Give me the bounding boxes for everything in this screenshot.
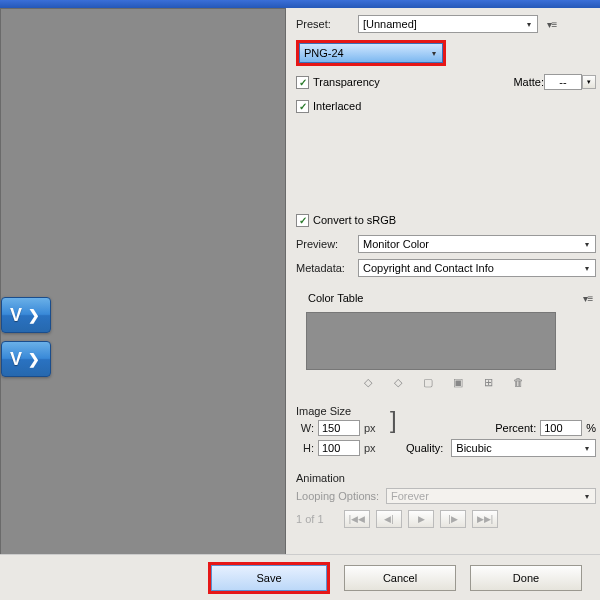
transparency-checkbox[interactable]: ✓ Transparency <box>296 76 380 89</box>
height-input[interactable] <box>318 440 360 456</box>
width-input[interactable] <box>318 420 360 436</box>
cancel-button[interactable]: Cancel <box>344 565 456 591</box>
format-dropdown[interactable]: PNG-24 ▾ <box>299 43 443 63</box>
save-highlight: Save <box>208 562 330 594</box>
convert-srgb-checkbox[interactable]: ✓ Convert to sRGB <box>296 214 396 227</box>
chevron-down-icon: ▾ <box>523 17 535 31</box>
preset-flyout-icon[interactable]: ▾≡ <box>544 19 560 30</box>
image-preview: V❯ V❯ <box>0 8 286 570</box>
matte-stepper[interactable]: ▾ <box>582 75 596 89</box>
preview-button-2: V❯ <box>1 341 51 377</box>
chevron-down-icon: ▾ <box>428 46 440 60</box>
color-table[interactable] <box>306 312 556 370</box>
ct-icon-2[interactable]: ◇ <box>392 376 404 389</box>
preview-label: Preview: <box>296 238 358 250</box>
prev-frame-button: ◀| <box>376 510 402 528</box>
preview-dropdown[interactable]: Monitor Color ▾ <box>358 235 596 253</box>
quality-dropdown[interactable]: Bicubic ▾ <box>451 439 596 457</box>
last-frame-button: ▶▶| <box>472 510 498 528</box>
chevron-right-icon: ❯ <box>28 307 40 323</box>
color-table-flyout-icon[interactable]: ▾≡ <box>580 293 596 304</box>
chevron-down-icon: ▾ <box>581 261 593 275</box>
interlaced-checkbox[interactable]: ✓ Interlaced <box>296 100 361 113</box>
animation-label: Animation <box>296 472 596 484</box>
frame-pager-text: 1 of 1 <box>296 513 338 525</box>
done-button[interactable]: Done <box>470 565 582 591</box>
chevron-down-icon: ▾ <box>581 441 593 455</box>
looping-dropdown: Forever ▾ <box>386 488 596 504</box>
image-size-label: Image Size <box>296 405 596 417</box>
next-frame-button: |▶ <box>440 510 466 528</box>
matte-label: Matte: <box>513 76 544 88</box>
save-button[interactable]: Save <box>211 565 327 591</box>
chevron-down-icon: ▾ <box>581 489 593 503</box>
chevron-down-icon: ▾ <box>581 237 593 251</box>
color-table-label: Color Table <box>308 292 363 304</box>
ct-icon-3[interactable]: ▢ <box>422 376 434 389</box>
window-titlebar <box>0 0 600 8</box>
ct-icon-4[interactable]: ▣ <box>452 376 464 389</box>
matte-dropdown[interactable]: -- <box>544 74 582 90</box>
ct-icon-1[interactable]: ◇ <box>362 376 374 389</box>
metadata-dropdown[interactable]: Copyright and Contact Info ▾ <box>358 259 596 277</box>
trash-icon[interactable]: 🗑 <box>512 376 524 389</box>
play-button: ▶ <box>408 510 434 528</box>
ct-icon-5[interactable]: ⊞ <box>482 376 494 389</box>
chevron-right-icon: ❯ <box>28 351 40 367</box>
link-bracket-icon[interactable]: ] <box>390 408 397 432</box>
preset-dropdown[interactable]: [Unnamed] ▾ <box>358 15 538 33</box>
metadata-label: Metadata: <box>296 262 358 274</box>
looping-label: Looping Options: <box>296 490 386 502</box>
percent-input[interactable] <box>540 420 582 436</box>
first-frame-button: |◀◀ <box>344 510 370 528</box>
format-highlight: PNG-24 ▾ <box>296 40 446 66</box>
preview-button-1: V❯ <box>1 297 51 333</box>
preset-label: Preset: <box>296 18 358 30</box>
